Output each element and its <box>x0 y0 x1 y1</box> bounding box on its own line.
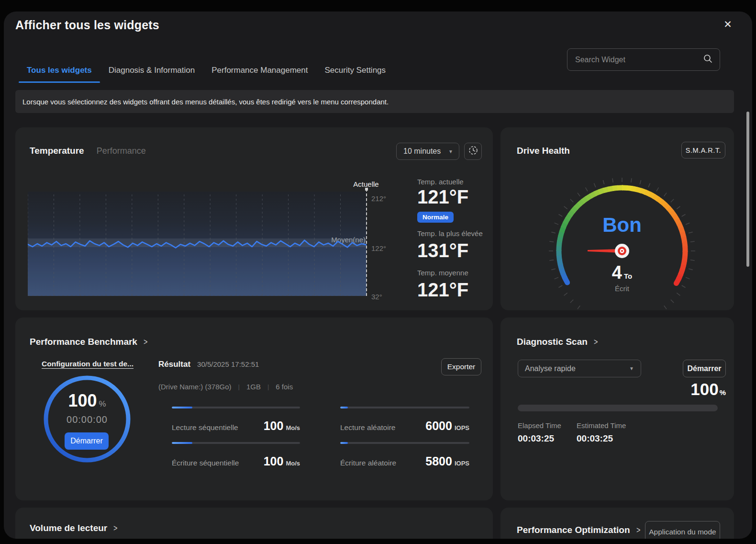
search-input[interactable] <box>575 56 703 64</box>
mode-application-button[interactable]: Application du mode <box>645 521 720 539</box>
current-legend-label: Actuelle <box>335 180 397 188</box>
chevron-down-icon: ▼ <box>448 149 453 154</box>
highest-temp-label: Temp. la plus élevée <box>417 229 492 238</box>
diagnostic-scan-widget: Diagnostic Scan> Analyse rapide ▼ Démarr… <box>500 317 734 500</box>
test-configuration-link[interactable]: Configuration du test de... <box>42 360 133 368</box>
elapsed-time-block: Elapsed Time 00:03:25 <box>518 421 577 444</box>
performance-benchmark-widget: Performance Benchmark> Configuration du … <box>15 317 493 500</box>
chevron-right-icon: > <box>144 337 147 347</box>
drive-volume-link[interactable]: Volume de lecteur> <box>30 523 118 533</box>
temperature-title: Temperature <box>30 146 84 156</box>
chevron-down-icon: ▼ <box>629 366 634 371</box>
divider: | <box>238 383 240 390</box>
health-status: Bon <box>565 214 679 237</box>
temperature-line-chart <box>28 192 367 296</box>
chevron-right-icon: > <box>636 525 640 535</box>
scan-progress: 100% <box>690 380 726 399</box>
benchmark-result-header: Résultat 30/5/2025 17:52:51 <box>158 360 259 369</box>
benchmark-timer: 00:00:00 <box>44 414 130 425</box>
test-size: 1GB <box>246 383 261 391</box>
chevron-right-icon: > <box>113 523 117 533</box>
drive-health-title: Drive Health <box>517 146 570 156</box>
current-time-marker <box>366 189 367 296</box>
history-clock-button[interactable] <box>464 143 482 160</box>
page-title: Afficher tous les widgets <box>15 18 159 32</box>
scrollbar-thumb[interactable] <box>746 112 749 267</box>
data-written-unit: To <box>624 272 632 280</box>
close-icon[interactable]: ✕ <box>720 16 736 33</box>
data-written-label: Écrit <box>565 284 679 293</box>
metric-sequential-read: Lecture séquentielle100Mo/s <box>172 407 300 433</box>
y-axis-tick-top: 212° <box>371 194 386 203</box>
period-dropdown[interactable]: 10 minutes ▼ <box>396 143 459 160</box>
performance-optimization-link[interactable]: Performance Optimization> <box>517 525 641 535</box>
tab-diagnosis-information[interactable]: Diagnosis & Information <box>109 66 195 81</box>
estimated-time-block: Estimated Time 00:03:25 <box>577 421 635 444</box>
scan-mode-value: Analyse rapide <box>525 364 576 373</box>
tab-performance-management[interactable]: Performance Management <box>211 66 308 81</box>
widgets-dialog: Afficher tous les widgets ✕ Tous les wid… <box>4 11 752 539</box>
benchmark-metrics: Lecture séquentielle100Mo/s Lecture aléa… <box>172 407 469 468</box>
temperature-subtitle: Performance <box>97 146 146 156</box>
period-dropdown-value: 10 minutes <box>403 147 441 156</box>
smart-button[interactable]: S.M.A.R.T. <box>681 142 725 159</box>
performance-optimization-widget: Performance Optimization> Application du… <box>500 508 734 539</box>
diagnostic-scan-link[interactable]: Diagnostic Scan> <box>517 337 598 347</box>
export-button[interactable]: Exporter <box>441 358 481 375</box>
result-datetime: 30/5/2025 17:52:51 <box>197 360 259 368</box>
drive-volume-widget: Volume de lecteur> <box>15 508 493 539</box>
temperature-widget-header: Temperature Performance <box>30 146 146 156</box>
widgets-grid: Temperature Performance 10 minutes ▼ Moy… <box>15 127 734 539</box>
average-temp-label: Temp. moyenne <box>417 269 492 277</box>
drive-health-widget: Drive Health S.M.A.R.T. Bon 4To Écrit <box>500 127 734 310</box>
status-badge: Normale <box>417 212 454 223</box>
current-temp-label: Temp. actuelle <box>417 178 492 186</box>
data-written: 4To <box>565 262 679 283</box>
benchmark-start-button[interactable]: Démarrer <box>65 432 109 450</box>
clock-icon <box>468 145 478 158</box>
scan-progress-bar <box>518 405 718 411</box>
scan-times: Elapsed Time 00:03:25 Estimated Time 00:… <box>518 421 635 444</box>
temperature-widget: Temperature Performance 10 minutes ▼ Moy… <box>15 127 493 310</box>
benchmark-progress: 100% <box>44 391 130 411</box>
performance-benchmark-link[interactable]: Performance Benchmark> <box>30 337 148 347</box>
search-widget-box[interactable] <box>567 48 720 71</box>
y-axis-tick-mid: 122° <box>371 244 386 252</box>
scan-mode-dropdown[interactable]: Analyse rapide ▼ <box>518 360 641 377</box>
divider: | <box>267 383 269 390</box>
tab-bar: Tous les widgets Diagnosis & Information… <box>27 66 386 81</box>
result-label: Résultat <box>158 360 190 369</box>
highest-temp-value: 131°F <box>417 240 492 261</box>
benchmark-test-info: (Drive Name:) (378Go) | 1GB | 6 fois <box>158 383 293 391</box>
temperature-chart: Moyen(ne) <box>28 192 367 296</box>
chevron-right-icon: > <box>594 337 598 347</box>
test-count: 6 fois <box>276 383 293 391</box>
current-temp-value: 121°F <box>417 187 492 207</box>
metric-random-write: Écriture aléatoire5800IOPS <box>340 442 469 468</box>
notice-banner: Lorsque vous sélectionnez des widgets of… <box>15 90 734 113</box>
metric-sequential-write: Écriture séquentielle100Mo/s <box>172 442 300 468</box>
metric-random-read: Lecture aléatoire6000IOPS <box>340 407 469 433</box>
tab-security-settings[interactable]: Security Settings <box>324 66 386 81</box>
search-icon[interactable] <box>703 54 713 66</box>
scan-start-button[interactable]: Démarrer <box>683 360 726 377</box>
y-axis-tick-bottom: 32° <box>371 293 382 301</box>
drive-info: (Drive Name:) (378Go) <box>158 383 232 391</box>
average-temp-value: 121°F <box>417 280 492 300</box>
temperature-stats: Temp. actuelle 121°F Normale Temp. la pl… <box>417 178 492 301</box>
data-written-value: 4 <box>612 262 622 283</box>
tab-tous-les-widgets[interactable]: Tous les widgets <box>27 66 92 81</box>
